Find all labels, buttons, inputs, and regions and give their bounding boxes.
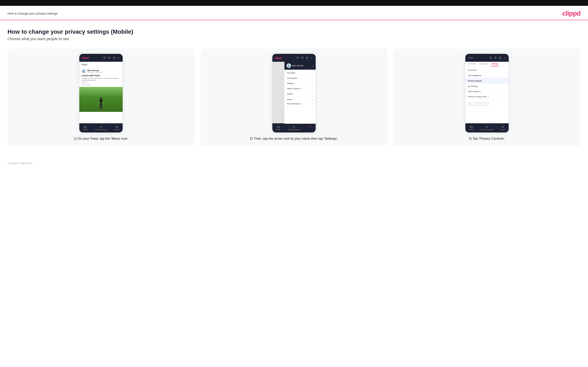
settings-icon-2[interactable] — [305, 56, 309, 59]
svg-line-18 — [298, 58, 299, 59]
step-caption-3: 3) Tap 'Privacy Controls'. — [469, 136, 505, 141]
menu-section-home-label: Home — [287, 99, 292, 101]
search-icon[interactable] — [103, 56, 106, 59]
data-integrations-label: Data Integrations — [468, 75, 481, 76]
svg-point-27 — [499, 57, 501, 59]
menu-section-perf-label: My Performance — [287, 103, 301, 105]
bottom-close-2[interactable]: ✕ Close — [308, 125, 312, 131]
post-duration-value: 01 hr : 30 min — [81, 84, 121, 85]
svg-point-5 — [83, 70, 84, 71]
menu-chevron-up: ▴ — [312, 65, 314, 67]
settings-data-integrations[interactable]: Data Integrations › — [465, 73, 509, 78]
svg-rect-8 — [99, 100, 103, 101]
menu-item-logout[interactable]: Logout — [285, 91, 316, 96]
dropdown-icon[interactable]: ▾ — [117, 56, 121, 59]
search-icon-2[interactable] — [296, 56, 299, 59]
post-duration: Duration — [81, 82, 121, 83]
phone-mockup-3: < Back ▾ — [465, 54, 509, 133]
home-label-3: Home — [469, 129, 474, 131]
menu-item-help[interactable]: Help & Support ↗ — [285, 86, 316, 91]
help-support-label: Help & Support ↗ — [468, 91, 482, 92]
svg-rect-9 — [100, 103, 101, 107]
profile-icon-3[interactable] — [494, 56, 497, 59]
menu-user-row: Blair McHarg ▴ — [285, 62, 316, 70]
menu-section-home[interactable]: Home ▾ — [285, 97, 316, 101]
logo: clippd — [562, 9, 580, 17]
settings-icon[interactable] — [112, 56, 116, 59]
profile-icon[interactable] — [108, 56, 111, 59]
svg-point-22 — [288, 65, 289, 66]
home-icon-3 — [469, 125, 473, 128]
main-content: How to change your privacy settings (Mob… — [0, 20, 588, 158]
tab-connections[interactable]: Connections — [478, 62, 489, 66]
menu-section-home-chevron: ▾ — [312, 99, 313, 101]
bottom-performance-3[interactable]: My Performance — [481, 125, 493, 131]
post-author-row: Blair McHarg Yesterday · Sunningdale — [81, 69, 121, 73]
bottom-performance-2[interactable]: My Performance — [288, 125, 300, 131]
settings-icon-3[interactable] — [499, 56, 502, 59]
menu-section-perf-chevron: ▾ — [312, 103, 313, 105]
svg-point-23 — [490, 57, 491, 58]
svg-point-25 — [495, 57, 496, 58]
menu-item-connections[interactable]: Connections — [285, 76, 316, 81]
privacy-controls-label: Privacy Controls — [468, 80, 482, 82]
settings-privacy-controls[interactable]: Privacy Controls › — [465, 78, 509, 83]
home-label-2: Home — [276, 129, 280, 131]
settings-service-privacy[interactable]: Service & Privacy Policy ↗ — [465, 94, 509, 99]
footer: Copyright Clippd 2022 — [0, 158, 588, 168]
screen-content-2: Blair McHarg ▴ My Profile Connections Se… — [272, 62, 316, 124]
profile-icon-2[interactable] — [301, 56, 304, 59]
post-author-name: Blair McHarg — [87, 69, 103, 72]
feed-header: Feed — [79, 62, 123, 67]
bottom-home-1[interactable]: Home — [83, 125, 87, 131]
my-account-chevron: › — [505, 69, 506, 71]
performance-label-3: My Performance — [481, 129, 493, 131]
settings-help-support[interactable]: Help & Support ↗ — [465, 89, 509, 94]
version-server: GQL Server Version: 2022.7.30-1 — [468, 104, 506, 107]
menu-item-my-profile[interactable]: My Profile — [285, 70, 316, 76]
back-button[interactable]: < Back — [467, 57, 473, 59]
bottom-performance-1[interactable]: My Performance — [95, 125, 107, 131]
tab-settings[interactable]: Settings — [491, 62, 499, 66]
settings-my-account[interactable]: My Account › — [465, 67, 509, 73]
menu-icon — [115, 125, 119, 128]
svg-rect-12 — [101, 107, 103, 109]
menu-item-settings[interactable]: Settings — [285, 81, 316, 86]
steps-grid: clippd ▾ Feed — [8, 49, 580, 146]
menu-label: Menu — [115, 129, 119, 131]
menu-panel: Blair McHarg ▴ My Profile Connections Se… — [285, 62, 316, 124]
home-icon — [84, 125, 87, 128]
performance-label-2: My Performance — [288, 129, 300, 131]
svg-point-21 — [306, 57, 308, 59]
bottom-home-3[interactable]: Home — [469, 125, 474, 131]
menu-label-3: Menu — [501, 129, 505, 131]
phone-nav-1: clippd ▾ — [79, 54, 123, 62]
my-golf-bag-chevron: › — [505, 85, 506, 87]
search-icon-3[interactable] — [489, 56, 492, 59]
nav-logo-1: clippd — [81, 56, 89, 59]
performance-label: My Performance — [95, 129, 107, 131]
tab-my-profile[interactable]: My Profile — [467, 62, 476, 66]
step-card-3: < Back ▾ — [393, 49, 580, 146]
feed-post: Blair McHarg Yesterday · Sunningdale Les… — [79, 67, 123, 87]
dropdown-icon-3[interactable]: ▾ — [503, 56, 507, 59]
menu-user-info: Blair McHarg — [286, 63, 303, 68]
svg-rect-10 — [101, 103, 102, 107]
step-caption-2: 2) Then, tap the arrow next to your name… — [250, 136, 338, 141]
settings-tabs: My Profile Connections Settings — [465, 62, 509, 67]
dropdown-icon-2[interactable]: ▾ — [310, 56, 314, 59]
bottom-home-2[interactable]: Home — [276, 125, 280, 131]
svg-point-4 — [113, 57, 115, 59]
settings-my-golf-bag[interactable]: My Golf Bag › — [465, 83, 509, 89]
nav-icons-1: ▾ — [103, 56, 121, 59]
home-label: Home — [83, 129, 87, 131]
post-desc: Looking to feel like my hands are exitin… — [81, 77, 121, 81]
performance-icon — [100, 125, 103, 128]
copyright: Copyright Clippd 2022 — [8, 162, 32, 165]
menu-section-performance[interactable]: My Performance ▾ — [285, 101, 316, 106]
bottom-menu-1[interactable]: Menu — [115, 125, 119, 131]
phone-mockup-1: clippd ▾ Feed — [79, 54, 123, 133]
bottom-menu-3[interactable]: Menu — [501, 125, 505, 131]
svg-line-13 — [103, 99, 104, 100]
svg-point-0 — [104, 57, 105, 58]
